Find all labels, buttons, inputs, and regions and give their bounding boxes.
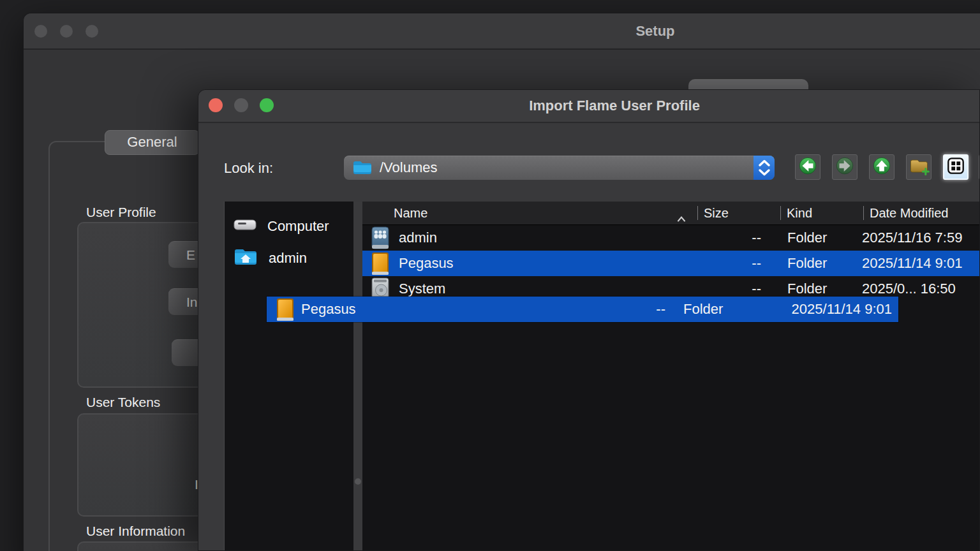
forward-arrow-icon bbox=[834, 155, 856, 179]
blue-folder-icon bbox=[352, 159, 373, 179]
close-button-inactive[interactable] bbox=[34, 25, 47, 38]
sidebar-item-admin[interactable]: admin bbox=[234, 244, 307, 273]
up-arrow-icon bbox=[871, 155, 893, 179]
combobox-spinner-icon[interactable] bbox=[754, 156, 775, 180]
dialog-title: Import Flame User Profile bbox=[487, 90, 742, 122]
file-size: -- bbox=[624, 297, 665, 322]
back-button[interactable] bbox=[795, 154, 820, 180]
user-tokens-groupbox bbox=[77, 413, 207, 517]
up-button[interactable] bbox=[869, 154, 895, 180]
column-header-name[interactable]: Name bbox=[394, 202, 427, 224]
sidebar-item-computer[interactable]: Computer bbox=[234, 212, 329, 241]
column-resize-handle[interactable] bbox=[697, 206, 698, 220]
user-information-label: User Information bbox=[86, 524, 185, 539]
look-in-value: /Volumes bbox=[380, 156, 438, 180]
look-in-combobox[interactable]: /Volumes bbox=[344, 156, 775, 180]
user-tokens-label: User Tokens bbox=[86, 395, 160, 410]
minimize-button-inactive[interactable] bbox=[60, 25, 73, 38]
file-date-modified: 2025/11/14 9:01 bbox=[792, 297, 892, 322]
column-header-date-modified[interactable]: Date Modified bbox=[870, 202, 948, 224]
file-kind: Folder bbox=[683, 297, 723, 322]
file-name: Pegasus bbox=[399, 251, 454, 276]
back-arrow-icon bbox=[797, 155, 819, 179]
new-folder-icon bbox=[907, 154, 930, 180]
orange-drive-icon bbox=[371, 252, 391, 275]
detail-view-grid-icon bbox=[944, 154, 967, 180]
file-list: Name Size Kind Date Modified admin -- Fo… bbox=[362, 202, 979, 550]
setup-window-title: Setup bbox=[547, 13, 764, 48]
file-date-modified: 2025/11/16 7:59 bbox=[862, 225, 979, 251]
sort-ascending-icon bbox=[677, 210, 686, 225]
dialog-titlebar[interactable]: Import Flame User Profile bbox=[198, 90, 979, 123]
places-sidebar: Computer admin bbox=[224, 202, 353, 550]
sidebar-item-label: admin bbox=[269, 250, 307, 267]
zoom-button-inactive[interactable] bbox=[85, 25, 98, 38]
close-button[interactable] bbox=[209, 98, 223, 112]
home-folder-icon bbox=[234, 246, 258, 270]
forward-button[interactable] bbox=[832, 154, 858, 180]
new-folder-button[interactable] bbox=[906, 154, 932, 180]
zoom-button[interactable] bbox=[260, 98, 274, 112]
computer-mac-mini-icon bbox=[234, 217, 256, 236]
splitter-handle-dot bbox=[355, 478, 361, 485]
table-row-admin[interactable]: admin -- Folder 2025/11/16 7:59 bbox=[362, 225, 979, 251]
column-header-size[interactable]: Size bbox=[704, 202, 729, 224]
file-date-modified: 2025/11/14 9:01 bbox=[862, 251, 979, 276]
column-resize-handle[interactable] bbox=[780, 206, 781, 220]
screen: Setup General User Profile E In User Tok… bbox=[0, 0, 980, 551]
user-information-groupbox bbox=[77, 541, 207, 551]
file-name: Pegasus bbox=[301, 297, 356, 322]
detail-view-button[interactable] bbox=[943, 154, 969, 180]
column-header-kind[interactable]: Kind bbox=[787, 202, 812, 224]
file-kind: Folder bbox=[787, 251, 827, 276]
file-name: admin bbox=[399, 225, 437, 251]
file-size: -- bbox=[716, 225, 761, 251]
orange-drive-icon bbox=[276, 298, 295, 321]
sidebar-item-label: Computer bbox=[267, 218, 329, 235]
tab-general[interactable]: General bbox=[105, 130, 200, 155]
user-profile-label: User Profile bbox=[86, 205, 156, 220]
drag-ghost-row: Pegasus -- Folder 2025/11/14 9:01 bbox=[267, 297, 898, 322]
look-in-label: Look in: bbox=[224, 156, 273, 180]
import-dialog: Import Flame User Profile Look in: /Volu… bbox=[198, 89, 980, 551]
setup-titlebar[interactable]: Setup bbox=[24, 13, 980, 50]
users-drive-icon bbox=[371, 226, 391, 249]
file-size: -- bbox=[716, 251, 761, 276]
list-header: Name Size Kind Date Modified bbox=[362, 202, 979, 225]
table-row-pegasus-selected[interactable]: Pegasus -- Folder 2025/11/14 9:01 bbox=[362, 251, 979, 276]
column-resize-handle[interactable] bbox=[863, 206, 864, 220]
minimize-button-disabled[interactable] bbox=[234, 98, 248, 112]
sidebar-splitter[interactable] bbox=[353, 202, 362, 550]
file-kind: Folder bbox=[787, 225, 827, 251]
